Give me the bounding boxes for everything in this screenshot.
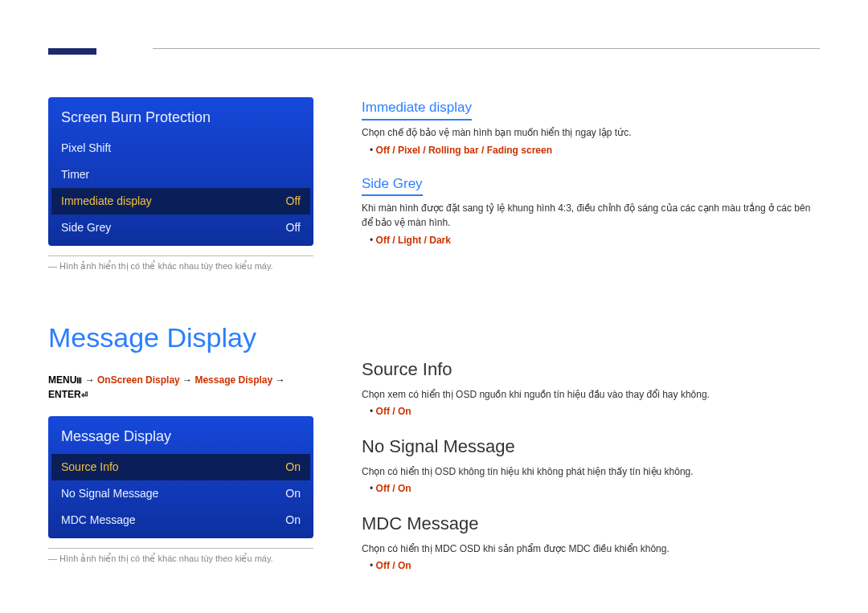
section-desc: Chọn có hiển thị OSD không tín hiệu khi … (362, 464, 820, 479)
osd-value: Off (286, 193, 301, 210)
osd-value: On (285, 485, 301, 502)
osd-label: Pixel Shift (61, 140, 111, 157)
divider (48, 255, 313, 256)
footnote: ― Hình ảnh hiển thị có thể khác nhau tùy… (48, 260, 313, 273)
menu-token: ENTER (48, 389, 81, 400)
page-heading: Message Display (48, 317, 313, 358)
menu-path: MENUⅢ → OnScreen Display → Message Displ… (48, 373, 313, 402)
option-list: Off / Light / Dark (370, 233, 820, 247)
osd-row-selected: Source Info On (51, 454, 310, 480)
section-desc: Chọn có hiển thị MDC OSD khi sản phẩm đư… (362, 541, 820, 556)
heading: Source Info (362, 356, 820, 382)
osd-label: Timer (61, 166, 89, 183)
osd-row: Timer (48, 161, 313, 188)
osd-screen-burn-protection: Screen Burn Protection Pixel Shift Timer… (48, 97, 313, 246)
section-desc: Chọn xem có hiển thị OSD nguồn khi nguồn… (362, 387, 820, 402)
osd-row: Pixel Shift (48, 135, 313, 161)
menu-token: OnScreen Display (97, 374, 180, 386)
heading: MDC Message (362, 510, 820, 537)
section-immediate-display: Immediate display Chọn chế độ bảo vệ màn… (362, 97, 820, 157)
osd-label: MDC Message (61, 512, 136, 529)
menu-icon: Ⅲ (76, 374, 82, 386)
top-rule (153, 48, 820, 49)
osd-label: Side Grey (61, 219, 111, 236)
menu-token: MENU (48, 374, 76, 386)
menu-token: Message Display (194, 374, 272, 386)
footnote: ― Hình ảnh hiển thị có thể khác nhau tùy… (48, 552, 313, 566)
section-side-grey: Side Grey Khi màn hình được đặt sang tỷ … (362, 174, 820, 248)
enter-icon: ⏎ (81, 389, 88, 401)
option-list: Off / On (370, 404, 820, 419)
osd-title: Message Display (48, 416, 313, 454)
osd-row-selected: Immediate display Off (51, 188, 310, 215)
osd-message-display: Message Display Source Info On No Signal… (48, 416, 313, 538)
osd-value: On (285, 512, 301, 529)
osd-label: Source Info (61, 459, 119, 476)
accent-bar (48, 48, 96, 55)
section-desc: Chọn chế độ bảo vệ màn hình bạn muốn hiể… (362, 125, 820, 140)
section-mdc-message: MDC Message Chọn có hiển thị MDC OSD khi… (362, 510, 820, 573)
osd-label: No Signal Message (61, 485, 158, 502)
osd-row: MDC Message On (48, 507, 313, 533)
section-no-signal-message: No Signal Message Chọn có hiển thị OSD k… (362, 433, 820, 496)
heading: No Signal Message (362, 433, 820, 460)
osd-label: Immediate display (61, 193, 152, 210)
sub-heading: Side Grey (362, 174, 423, 197)
option-list: Off / On (370, 558, 820, 573)
osd-value: On (285, 459, 301, 476)
section-source-info: Source Info Chọn xem có hiển thị OSD ngu… (362, 356, 820, 419)
section-desc: Khi màn hình được đặt sang tỷ lệ khung h… (362, 201, 820, 230)
osd-title: Screen Burn Protection (48, 97, 313, 135)
divider (48, 548, 313, 549)
option-list: Off / On (370, 481, 820, 496)
osd-row: Side Grey Off (48, 215, 313, 241)
osd-value: Off (286, 219, 301, 236)
option-list: Off / Pixel / Rolling bar / Fading scree… (370, 143, 820, 157)
osd-row: No Signal Message On (48, 480, 313, 507)
sub-heading: Immediate display (362, 97, 472, 121)
